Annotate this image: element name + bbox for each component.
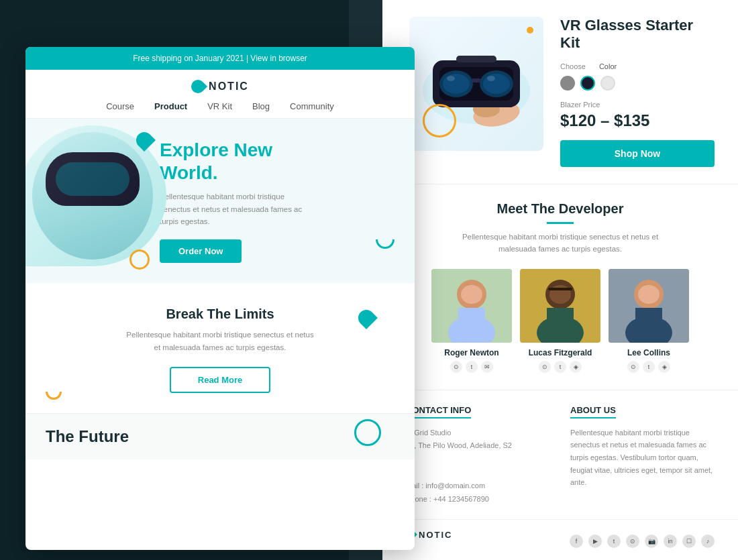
navigation: Course Product VR Kit Blog Community — [106, 101, 334, 111]
svg-point-11 — [447, 76, 455, 81]
dev-socials-2: ⊙ t ◈ — [520, 361, 600, 373]
youtube-icon[interactable]: ▶ — [588, 535, 602, 548]
svg-rect-9 — [472, 78, 481, 82]
price-range: $120 – $135 — [560, 111, 715, 130]
header: NOTIC Course Product VR Kit Blog Communi… — [25, 70, 415, 119]
svg-rect-23 — [547, 308, 574, 335]
github-icon-1[interactable]: ⊙ — [450, 361, 462, 373]
dev-card-3: Lee Collins ⊙ t ◈ — [609, 269, 689, 373]
twitter-icon-3[interactable]: t — [643, 361, 655, 373]
mail-icon-1[interactable]: ✉ — [481, 361, 493, 373]
dev-name-3: Lee Collins — [609, 348, 689, 357]
hero-description: Pellentesque habitant morbi tristique se… — [160, 190, 307, 227]
svg-point-8 — [483, 74, 510, 94]
svg-point-6 — [443, 74, 470, 94]
order-now-button[interactable]: Order Now — [160, 239, 242, 263]
slack-icon[interactable]: ☐ — [682, 535, 696, 548]
music-icon[interactable]: ♪ — [701, 535, 715, 548]
vr-headset-shape — [46, 152, 140, 206]
left-email-panel: Free shipping on January 2021 | View in … — [25, 47, 415, 550]
price-label: Blazer Price — [560, 101, 715, 109]
product-section: VR Glasses Starter Kit Choose Color Blaz… — [382, 0, 738, 184]
nav-vrkit[interactable]: VR Kit — [207, 101, 232, 111]
svg-point-12 — [487, 76, 495, 81]
nav-product[interactable]: Product — [154, 101, 187, 111]
footer-section: CONTACT INFO ta Grid Studio 07, The Pilo… — [382, 390, 738, 520]
developer-cards: Roger Newton ⊙ t ✉ — [406, 269, 715, 373]
footer-logo-text: NOTIC — [419, 530, 452, 540]
twitter-icon-1[interactable]: t — [466, 361, 478, 373]
product-title: VR Glasses Starter Kit — [560, 17, 715, 52]
product-image — [409, 17, 543, 151]
logo: NOTIC — [191, 80, 249, 93]
footer-bottom: NOTIC f ▶ t ⊙ 📷 in ☐ ♪ — [382, 519, 738, 556]
svg-point-26 — [638, 285, 660, 304]
future-teal-circle — [354, 419, 381, 446]
footer-about: ABOUT US Pellentesque habitant morbi tri… — [570, 404, 715, 506]
color-label-text: Color — [599, 62, 617, 70]
future-section: The Future — [25, 413, 415, 459]
link-icon-3[interactable]: ◈ — [658, 361, 670, 373]
nav-community[interactable]: Community — [290, 101, 334, 111]
developer-title: Meet The Developer — [406, 201, 715, 217]
dev-name-2: Lucas Fitzgerald — [520, 348, 600, 357]
twitter-icon-2[interactable]: t — [554, 361, 566, 373]
footer-contact-title: CONTACT INFO — [406, 405, 471, 418]
link-icon-2[interactable]: ◈ — [570, 361, 582, 373]
svg-rect-28 — [635, 308, 662, 335]
banner-text: Free shipping on January 2021 | View in … — [133, 54, 307, 63]
dev-card-2: Lucas Fitzgerald ⊙ t ◈ — [520, 269, 600, 373]
footer-social-icons: f ▶ t ⊙ 📷 in ☐ ♪ — [570, 535, 715, 548]
logo-text: NOTIC — [209, 80, 249, 93]
footer-about-text: Pellentesque habitant morbi tristique se… — [570, 427, 715, 489]
product-deco-circle — [423, 104, 456, 137]
right-panel: VR Glasses Starter Kit Choose Color Blaz… — [382, 0, 738, 560]
dev-avatar-1 — [431, 269, 512, 343]
instagram-icon[interactable]: 📷 — [645, 535, 658, 548]
color-section: Choose Color — [560, 62, 715, 91]
github-icon-2[interactable]: ⊙ — [539, 361, 551, 373]
hero-title-line1: Explore New — [160, 139, 272, 160]
vr-person-shape — [32, 132, 153, 260]
developer-section: Meet The Developer Pellentesque habitant… — [382, 184, 738, 390]
read-more-button[interactable]: Read More — [170, 367, 270, 393]
future-title: The Future — [46, 427, 394, 446]
hero-title: Explore New World. — [160, 139, 394, 184]
footer-contact-text: ta Grid Studio 07, The Pilo Wood, Adelia… — [406, 427, 550, 506]
color-swatch-dark[interactable] — [580, 76, 595, 91]
hero-section: Explore New World. Pellentesque habitant… — [25, 119, 415, 283]
break-section: Break The Limits Pellentesque habitant m… — [25, 283, 415, 413]
nav-blog[interactable]: Blog — [252, 101, 270, 111]
dev-socials-1: ⊙ t ✉ — [431, 361, 512, 373]
top-banner[interactable]: Free shipping on January 2021 | View in … — [25, 47, 415, 70]
github-icon[interactable]: ⊙ — [626, 535, 639, 548]
nav-course[interactable]: Course — [106, 101, 134, 111]
svg-rect-17 — [458, 308, 485, 335]
choose-label: Choose — [560, 62, 586, 70]
svg-rect-10 — [456, 56, 496, 62]
github-icon-3[interactable]: ⊙ — [627, 361, 639, 373]
color-swatch-gray[interactable] — [560, 76, 575, 91]
footer-contact: CONTACT INFO ta Grid Studio 07, The Pilo… — [406, 404, 550, 506]
deco-half-circle-hero — [376, 239, 394, 249]
developer-underline — [547, 222, 574, 224]
break-title: Break The Limits — [46, 306, 394, 322]
dev-avatar-2 — [520, 269, 600, 343]
twitter-icon[interactable]: t — [607, 535, 621, 548]
dev-card-1: Roger Newton ⊙ t ✉ — [431, 269, 512, 373]
logo-icon — [189, 77, 207, 96]
linkedin-icon[interactable]: in — [664, 535, 677, 548]
dev-avatar-3 — [609, 269, 689, 343]
product-info: VR Glasses Starter Kit Choose Color Blaz… — [560, 17, 715, 167]
color-swatches — [560, 76, 715, 91]
color-swatch-white[interactable] — [600, 76, 615, 91]
svg-point-15 — [461, 285, 482, 304]
break-description: Pellentesque habitant morbi tristique se… — [126, 329, 314, 353]
color-label: Choose Color — [560, 62, 715, 70]
price-section: Blazer Price $120 – $135 — [560, 101, 715, 130]
dev-name-1: Roger Newton — [431, 348, 512, 357]
facebook-icon[interactable]: f — [570, 535, 583, 548]
product-deco-dot — [527, 27, 533, 34]
shop-now-button[interactable]: Shop Now — [560, 140, 715, 167]
footer-about-title: ABOUT US — [570, 405, 616, 418]
